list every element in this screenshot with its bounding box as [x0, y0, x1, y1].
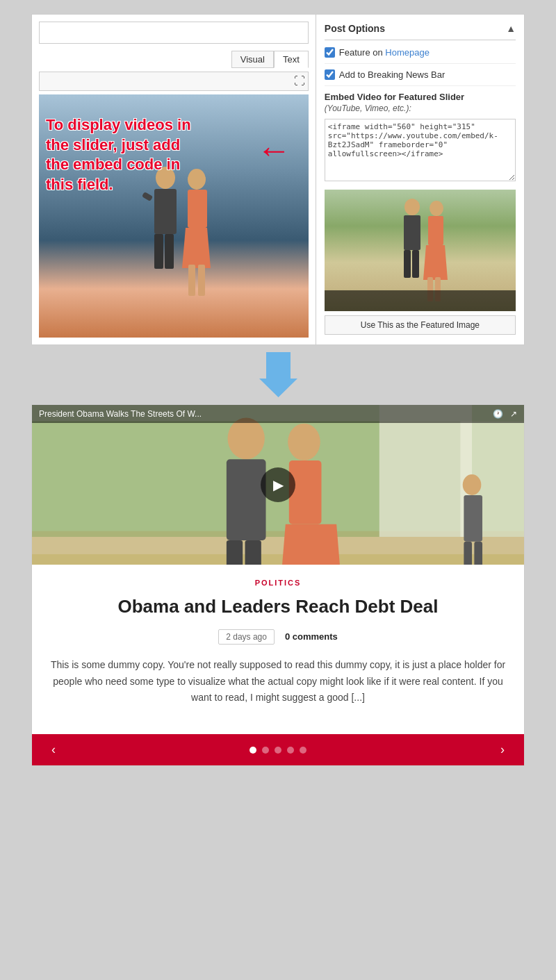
svg-rect-28: [227, 540, 243, 565]
featured-image-thumbnail: [325, 190, 516, 311]
svg-marker-16: [423, 245, 448, 280]
slider-dot-2[interactable]: [262, 747, 269, 754]
article-meta: 2 days ago 0 comments: [49, 629, 507, 645]
clock-icon[interactable]: 🕐: [493, 409, 503, 419]
breaking-news-label: Add to Breaking News Bar: [339, 69, 445, 80]
svg-rect-24: [379, 405, 472, 537]
svg-marker-32: [279, 524, 342, 565]
article-comments: 0 comments: [285, 631, 338, 642]
post-title-input[interactable]: [39, 22, 309, 44]
breaking-news-checkbox[interactable]: [325, 69, 335, 80]
svg-rect-38: [474, 542, 482, 565]
feature-homepage-label: Feature on Homepage: [339, 47, 430, 58]
post-options-header: Post Options ▲: [325, 23, 516, 40]
article-category[interactable]: POLITICS: [49, 579, 507, 587]
editor-toolbar: ⛶: [39, 72, 309, 91]
slider-dot-3[interactable]: [275, 747, 281, 754]
svg-marker-19: [259, 352, 297, 397]
post-options-title: Post Options: [325, 23, 385, 34]
arrow-pointer: →: [256, 133, 291, 167]
video-title-bar: President Obama Walks The Streets Of W..…: [39, 409, 202, 419]
svg-rect-29: [245, 540, 261, 565]
article-card: President Obama Walks The Streets Of W..…: [31, 404, 525, 766]
svg-point-35: [463, 474, 482, 495]
collapse-icon[interactable]: ▲: [506, 23, 516, 34]
arrow-down-container: [31, 345, 525, 404]
embed-section-title: Embed Video for Featured Slider: [325, 92, 516, 102]
top-panel: Visual Text ⛶: [31, 14, 525, 345]
editor-image-area: To display videos in the slider, just ad…: [39, 94, 309, 338]
article-content: POLITICS Obama and Leaders Reach Debt De…: [32, 565, 524, 734]
svg-rect-9: [198, 265, 205, 296]
svg-point-30: [288, 424, 320, 460]
svg-rect-3: [165, 234, 174, 269]
share-icon[interactable]: ↗: [510, 409, 517, 419]
svg-point-14: [430, 201, 443, 216]
video-overlay-bar: President Obama Walks The Streets Of W..…: [32, 405, 524, 423]
article-body: This is some dummy copy. You're not real…: [49, 657, 507, 706]
thumb-dark-bar: [325, 290, 516, 311]
slider-dot-5[interactable]: [300, 747, 306, 754]
svg-marker-7: [182, 228, 211, 268]
play-button[interactable]: ▶: [261, 467, 295, 502]
svg-rect-2: [154, 234, 163, 269]
svg-point-26: [228, 417, 265, 459]
article-title: Obama and Leaders Reach Debt Deal: [49, 595, 507, 619]
breaking-news-row: Add to Breaking News Bar: [325, 69, 516, 86]
article-date: 2 days ago: [218, 629, 275, 645]
embed-section-subtitle: (YouTube, Vimeo, etc.):: [325, 103, 516, 113]
svg-point-10: [404, 199, 420, 215]
slider-next-button[interactable]: ›: [495, 740, 510, 760]
slider-dot-1[interactable]: [250, 747, 256, 754]
editor-tabs: Visual Text: [39, 51, 309, 68]
fullscreen-icon[interactable]: ⛶: [294, 75, 305, 88]
svg-rect-13: [412, 250, 419, 278]
post-options-section: Post Options ▲ Feature on Homepage Add t…: [316, 15, 524, 344]
homepage-link[interactable]: Homepage: [385, 47, 430, 58]
feature-homepage-row: Feature on Homepage: [325, 47, 516, 64]
svg-rect-11: [404, 215, 420, 250]
svg-rect-8: [188, 265, 195, 296]
svg-rect-6: [188, 190, 207, 228]
slider-dot-4[interactable]: [287, 747, 294, 754]
slider-dots: [250, 747, 306, 754]
article-video-thumbnail: President Obama Walks The Streets Of W..…: [32, 405, 524, 565]
tab-visual[interactable]: Visual: [231, 51, 274, 68]
svg-rect-15: [428, 216, 443, 245]
video-icons: 🕐 ↗: [493, 409, 517, 419]
slider-controls: ‹ ›: [32, 734, 524, 765]
tab-text[interactable]: Text: [274, 51, 309, 68]
slider-prev-button[interactable]: ‹: [46, 740, 61, 760]
svg-rect-1: [154, 189, 177, 234]
svg-rect-27: [227, 459, 266, 540]
editor-overlay-text: To display videos in the slider, just ad…: [46, 115, 206, 194]
svg-rect-37: [464, 542, 472, 565]
arrow-down-icon: [259, 352, 297, 397]
editor-section: Visual Text ⛶: [32, 15, 316, 344]
use-featured-image-button[interactable]: Use This as the Featured Image: [325, 315, 516, 335]
video-title-text: President Obama Walks The Streets Of W..…: [39, 409, 202, 419]
embed-code-textarea[interactable]: <iframe width="560" height="315" src="ht…: [325, 119, 516, 181]
svg-rect-31: [289, 460, 322, 524]
embed-section: Embed Video for Featured Slider (YouTube…: [325, 92, 516, 190]
svg-rect-36: [464, 495, 482, 542]
play-icon: ▶: [273, 476, 284, 493]
feature-homepage-checkbox[interactable]: [325, 47, 335, 58]
svg-rect-12: [404, 250, 411, 278]
